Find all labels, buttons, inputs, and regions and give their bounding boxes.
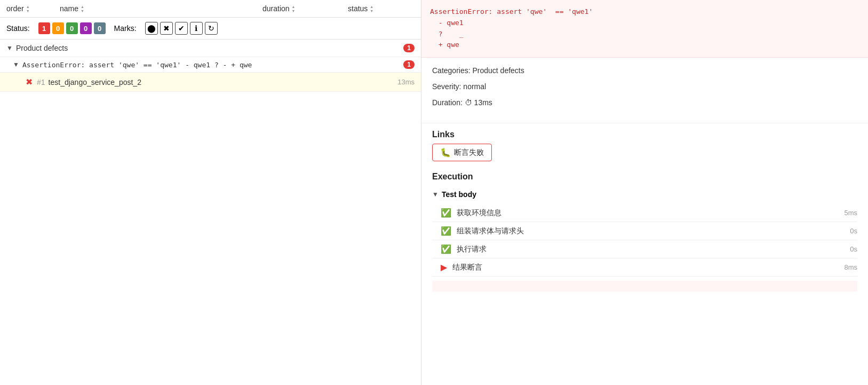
test-body-chevron-icon: ▼: [432, 191, 439, 198]
step-success-icon-0: ✅: [441, 208, 451, 218]
links-container: Links 🐛 断言失败: [421, 123, 868, 170]
step-row-2[interactable]: ✅ 执行请求 0s: [432, 240, 857, 258]
left-panel: order name duration status Status: 1 0 0…: [0, 0, 421, 385]
assertion-count-badge: 1: [403, 60, 415, 69]
table-header: order name duration status: [0, 0, 421, 18]
error-code: AssertionError: assert 'qwe' == 'qwe1' -…: [430, 6, 859, 51]
sort-name-icon: [81, 5, 84, 13]
sort-duration-icon: [292, 5, 296, 13]
status-badge-passed[interactable]: 0: [66, 22, 78, 34]
step-duration-0: 5ms: [844, 209, 857, 217]
mark-icon-retry[interactable]: ↻: [205, 22, 218, 35]
step-duration-1: 0s: [850, 227, 857, 235]
marks-icons: ⬤ ✖ ✔ ℹ ↻: [145, 22, 218, 35]
group-count-badge: 1: [403, 44, 415, 52]
step-row-1[interactable]: ✅ 组装请求体与请求头 0s: [432, 222, 857, 240]
test-name: test_django_service_post_2: [49, 78, 398, 87]
step-row-0[interactable]: ✅ 获取环境信息 5ms: [432, 204, 857, 222]
group-chevron-icon: ▼: [6, 44, 13, 52]
links-heading: Links: [421, 123, 868, 144]
col-status-label: status: [348, 4, 368, 13]
test-num: #1: [37, 78, 45, 87]
test-duration: 13ms: [397, 78, 415, 86]
col-header-order[interactable]: order: [6, 4, 38, 13]
links-section: 🐛 断言失败: [421, 144, 868, 170]
bug-icon: 🐛: [440, 147, 451, 158]
group-name: Product defects: [16, 44, 403, 52]
step-error-icon-3: ▶: [441, 262, 447, 272]
col-header-name[interactable]: name: [60, 4, 241, 13]
detail-duration: Duration: ⏱ 13ms: [432, 98, 857, 107]
link-button-label: 断言失败: [454, 148, 484, 158]
status-label: Status:: [6, 24, 30, 33]
table-content: ▼ Product defects 1 ▼ AssertionError: as…: [0, 40, 421, 385]
result-section: [432, 281, 857, 292]
assertion-name: AssertionError: assert 'qwe' == 'qwe1' -…: [22, 61, 403, 69]
assertion-row[interactable]: ▼ AssertionError: assert 'qwe' == 'qwe1'…: [0, 57, 421, 73]
step-row-3[interactable]: ▶ 结果断言 8ms: [432, 258, 857, 277]
step-name-2: 执行请求: [457, 245, 850, 254]
test-body-header[interactable]: ▼ Test body: [432, 188, 857, 204]
col-name-label: name: [60, 4, 78, 13]
step-success-icon-1: ✅: [441, 226, 451, 236]
step-name-3: 结果断言: [452, 263, 844, 272]
mark-icon-check[interactable]: ✔: [175, 22, 188, 35]
col-duration-label: duration: [262, 4, 290, 13]
status-bar: Status: 1 0 0 0 0 Marks: ⬤ ✖ ✔ ℹ ↻: [0, 18, 421, 40]
detail-categories: Categories: Product defects: [432, 66, 857, 75]
detail-severity: Severity: normal: [432, 82, 857, 91]
execution-heading: Execution: [432, 170, 857, 188]
test-row[interactable]: ✖ #1 test_django_service_post_2 13ms: [0, 73, 421, 92]
execution-section: Execution ▼ Test body ✅ 获取环境信息 5ms ✅ 组装请…: [421, 170, 868, 292]
details-section: Categories: Product defects Severity: no…: [421, 58, 868, 123]
step-name-0: 获取环境信息: [457, 208, 844, 218]
mark-icon-info[interactable]: ℹ: [190, 22, 203, 35]
status-badge-broken[interactable]: 0: [52, 22, 64, 34]
step-duration-3: 8ms: [844, 263, 857, 271]
marks-label: Marks:: [114, 24, 137, 33]
status-counts: 1 0 0 0 0: [38, 22, 106, 34]
mark-icon-circle[interactable]: ⬤: [145, 22, 158, 35]
sort-status-icon: [370, 5, 373, 13]
step-name-1: 组装请求体与请求头: [457, 226, 850, 236]
step-success-icon-2: ✅: [441, 244, 451, 254]
assertion-chevron-icon: ▼: [13, 61, 19, 68]
status-badge-skipped[interactable]: 0: [80, 22, 92, 34]
test-fail-icon: ✖: [26, 77, 33, 87]
mark-icon-x[interactable]: ✖: [160, 22, 173, 35]
status-badge-unknown[interactable]: 0: [94, 22, 106, 34]
group-row-product-defects[interactable]: ▼ Product defects 1: [0, 40, 421, 57]
col-header-status[interactable]: status: [348, 4, 401, 13]
test-body-label: Test body: [442, 190, 476, 199]
col-order-label: order: [6, 4, 24, 13]
right-panel: AssertionError: assert 'qwe' == 'qwe1' -…: [421, 0, 868, 385]
step-duration-2: 0s: [850, 245, 857, 253]
status-badge-failed[interactable]: 1: [38, 22, 50, 34]
error-section: AssertionError: assert 'qwe' == 'qwe1' -…: [421, 0, 868, 58]
col-header-duration[interactable]: duration: [262, 4, 327, 13]
link-button-assertion[interactable]: 🐛 断言失败: [432, 144, 492, 161]
sort-order-icon: [26, 5, 30, 13]
